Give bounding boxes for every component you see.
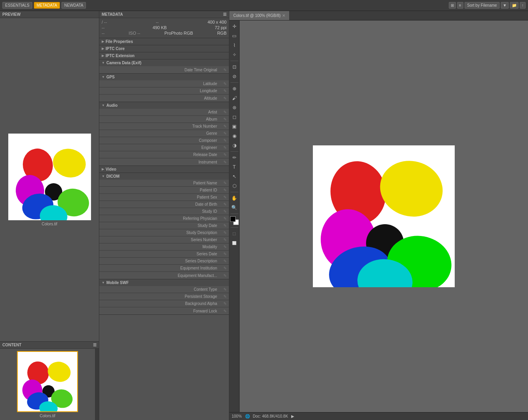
edit-icon[interactable]: ✎ xyxy=(223,309,227,313)
meta-row-8-2: Background Alpha ✎ xyxy=(99,300,229,307)
metadata-btn[interactable]: METADATA xyxy=(34,2,60,9)
path-select-tool[interactable]: ↖ xyxy=(230,172,239,181)
edit-icon[interactable]: ✎ xyxy=(223,209,227,214)
canvas-image xyxy=(313,145,455,287)
edit-icon[interactable]: ✎ xyxy=(223,82,227,86)
gradient-tool[interactable]: ▣ xyxy=(230,122,239,131)
content-section: CONTENT ☰ xyxy=(0,341,99,420)
metadata-options-icon[interactable]: ☰ xyxy=(223,12,227,17)
meta-row-value: ✎ xyxy=(220,131,227,136)
grid-view-btn[interactable]: ⊞ xyxy=(449,2,456,9)
meta-group-header-3[interactable]: ▼Camera Data (Exif) xyxy=(99,59,229,66)
meta-info-dpi: 72 ppi xyxy=(215,25,227,30)
move-tool[interactable]: ✛ xyxy=(230,22,239,31)
magic-wand-tool[interactable]: ✧ xyxy=(230,50,239,59)
triangle-icon: ▶ xyxy=(102,47,104,50)
eraser-tool[interactable]: ◻ xyxy=(230,113,239,121)
edit-icon[interactable]: ✎ xyxy=(223,245,227,249)
crop-tool[interactable]: ⊡ xyxy=(230,63,239,71)
edit-icon[interactable]: ✎ xyxy=(223,294,227,299)
edit-icon[interactable]: ✎ xyxy=(223,287,227,292)
meta-group-header-5[interactable]: ▼Audio xyxy=(99,102,229,109)
edit-icon[interactable]: ✎ xyxy=(223,96,227,100)
edit-icon[interactable]: ✎ xyxy=(223,252,227,256)
brush-tool[interactable]: 🖌 xyxy=(230,94,239,102)
meta-row-label: Composer xyxy=(106,138,220,143)
shape-tool[interactable]: ⬡ xyxy=(230,182,239,190)
edit-icon[interactable]: ✎ xyxy=(223,266,227,270)
meta-group-header-1[interactable]: ▶IPTC Core xyxy=(99,45,229,52)
meta-info-colorspace: ProPhoto RGB xyxy=(164,31,193,35)
text-tool[interactable]: T xyxy=(230,163,239,171)
hand-tool[interactable]: ✋ xyxy=(230,194,239,203)
healing-tool[interactable]: ⊕ xyxy=(230,84,239,93)
meta-row-5-1: Album ✎ xyxy=(99,116,229,123)
canvas-arrow[interactable]: ▶ xyxy=(291,414,294,418)
blur-tool[interactable]: ◉ xyxy=(230,132,239,140)
dodge-tool[interactable]: ◑ xyxy=(230,141,239,150)
list-view-btn[interactable]: ≡ xyxy=(457,2,463,9)
preview-image-container: Colors.tif xyxy=(8,134,91,226)
edit-icon[interactable]: ✎ xyxy=(223,181,227,185)
meta-group-header-6[interactable]: ▶Video xyxy=(99,166,229,173)
edit-icon[interactable]: ✎ xyxy=(223,301,227,306)
edit-icon[interactable]: ✎ xyxy=(223,195,227,199)
edit-icon[interactable]: ✎ xyxy=(223,68,227,72)
edit-icon[interactable]: ✎ xyxy=(223,188,227,192)
meta-group-7: ▼DICOM Patient Name ✎ Patient ID ✎ Patie… xyxy=(99,173,229,279)
edit-icon[interactable]: ✎ xyxy=(223,110,227,114)
meta-group-header-8[interactable]: ▼Mobile SWF xyxy=(99,279,229,286)
edit-icon[interactable]: ✎ xyxy=(223,223,227,228)
meta-row-value: ✎ xyxy=(220,110,227,114)
filter-btn[interactable]: ▼ xyxy=(501,2,509,9)
edit-icon[interactable]: ✎ xyxy=(223,138,227,143)
meta-group-header-2[interactable]: ▶IPTC Extension xyxy=(99,52,229,59)
eyedropper-tool[interactable]: ⊘ xyxy=(230,72,239,81)
folder-btn[interactable]: 📁 xyxy=(510,2,519,9)
marquee-tool[interactable]: ▭ xyxy=(230,32,239,40)
edit-icon[interactable]: ✎ xyxy=(223,259,227,263)
meta-row-5-6: Release Date ✎ xyxy=(99,151,229,158)
metadata-header: METADATA ☰ xyxy=(99,11,229,18)
metadata-scroll[interactable]: ▶File Properties▶IPTC Core▶IPTC Extensio… xyxy=(99,38,229,420)
edit-icon[interactable]: ✎ xyxy=(223,117,227,121)
zoom-tool[interactable]: 🔍 xyxy=(230,203,239,212)
canvas-tab-colors[interactable]: Colors.tif @ 100% (RGB/8) ✕ xyxy=(229,11,290,20)
edit-icon[interactable]: ✎ xyxy=(223,230,227,235)
screen-mode-btn[interactable]: ⬜ xyxy=(230,239,239,247)
meta-group-header-4[interactable]: ▼GPS xyxy=(99,74,229,80)
zoom-icon: 🌐 xyxy=(245,414,250,418)
content-scrollbar[interactable] xyxy=(95,349,99,420)
color-swatches[interactable] xyxy=(230,216,239,225)
foreground-swatch[interactable] xyxy=(230,216,236,222)
meta-group-3: ▼Camera Data (Exif) Date Time Original ✎ xyxy=(99,59,229,74)
newdata-btn[interactable]: NEWDATA xyxy=(61,2,86,9)
meta-row-4-2: Altitude ✎ xyxy=(99,95,229,102)
edit-icon[interactable]: ✎ xyxy=(223,273,227,278)
meta-group-header-0[interactable]: ▶File Properties xyxy=(99,38,229,45)
meta-row-5-7: Instrument ✎ xyxy=(99,158,229,165)
sort-btn[interactable]: Sort by Filename xyxy=(465,2,500,9)
edit-icon[interactable]: ✎ xyxy=(223,89,227,93)
content-thumbnail[interactable] xyxy=(17,351,78,412)
meta-row-7-2: Patient Sex ✎ xyxy=(99,194,229,201)
edit-icon[interactable]: ✎ xyxy=(223,238,227,242)
edit-icon[interactable]: ✎ xyxy=(223,145,227,150)
meta-group-header-7[interactable]: ▼DICOM xyxy=(99,173,229,180)
upload-btn[interactable]: ↑ xyxy=(520,2,526,9)
pen-tool[interactable]: ✏ xyxy=(230,153,239,162)
meta-info-dash2: -- xyxy=(102,31,104,35)
edit-icon[interactable]: ✎ xyxy=(223,124,227,128)
clone-tool[interactable]: ⊛ xyxy=(230,103,239,112)
edit-icon[interactable]: ✎ xyxy=(223,202,227,206)
quick-mask-btn[interactable]: ⬚ xyxy=(230,229,239,238)
edit-icon[interactable]: ✎ xyxy=(223,216,227,221)
lasso-tool[interactable]: ⌇ xyxy=(230,41,239,50)
tab-close-btn[interactable]: ✕ xyxy=(282,13,285,18)
content-options-icon[interactable]: ☰ xyxy=(93,343,97,347)
edit-icon[interactable]: ✎ xyxy=(223,160,227,164)
meta-row-value: ✎ xyxy=(220,181,227,185)
edit-icon[interactable]: ✎ xyxy=(223,152,227,157)
essentials-btn[interactable]: ESSENTIALS xyxy=(2,2,32,9)
edit-icon[interactable]: ✎ xyxy=(223,131,227,136)
